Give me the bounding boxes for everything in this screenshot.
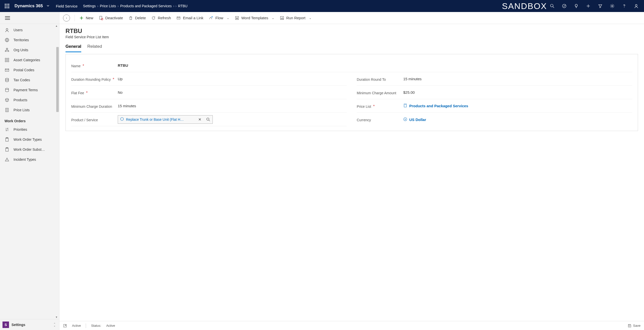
sidebar-item-products[interactable]: Products (0, 95, 59, 105)
globe-icon (4, 38, 10, 42)
refresh-button[interactable]: Refresh (151, 16, 171, 20)
svg-point-30 (6, 88, 9, 90)
user-icon (4, 28, 10, 32)
price-list-lookup[interactable]: Products and Packaged Services (409, 104, 468, 108)
sidebar-item-label: Postal Codes (14, 68, 34, 72)
sidebar-item-users[interactable]: Users (0, 25, 59, 35)
brand-label[interactable]: Dynamics 365 (14, 4, 43, 8)
field-label: Duration Round To (357, 77, 386, 82)
sidebar-item-label: Asset Categories (14, 58, 40, 62)
svg-text:$: $ (405, 118, 406, 120)
lightbulb-icon[interactable] (574, 3, 579, 9)
scroll-down-icon[interactable]: ▼ (55, 316, 58, 318)
field-label: Currency (357, 118, 371, 122)
product-lookup-field[interactable]: Replace Trunk or Base Unit (Flat H… ✕ (118, 115, 213, 124)
breadcrumb-item[interactable]: Settings (83, 4, 96, 8)
new-button[interactable]: New (79, 16, 93, 20)
duration-round-to-field[interactable]: 15 minutes (402, 77, 632, 81)
tab-related[interactable]: Related (87, 44, 102, 52)
flat-fee-field[interactable]: No (116, 90, 347, 94)
scrollbar-thumb[interactable] (56, 47, 59, 112)
svg-point-9 (550, 4, 553, 7)
breadcrumb-item[interactable]: RTBU (178, 4, 188, 8)
name-field[interactable]: RTBU (116, 63, 632, 68)
duration-rounding-policy-field[interactable]: Up (116, 77, 347, 81)
flow-button[interactable]: Flow ⌄ (209, 16, 229, 20)
chevron-down-icon: ⌄ (309, 16, 312, 20)
word-templates-button[interactable]: Word Templates ⌄ (235, 16, 274, 20)
app-launcher-icon[interactable] (2, 2, 12, 10)
breadcrumb-item[interactable]: Products and Packaged Services (120, 4, 172, 8)
org-icon (4, 48, 10, 52)
min-charge-duration-field[interactable]: 15 minutes (116, 104, 347, 108)
min-charge-amount-field[interactable]: $25.00 (402, 90, 632, 94)
sidebar-item-asset-categories[interactable]: Asset Categories (0, 55, 59, 65)
go-back-icon[interactable]: › (63, 14, 70, 22)
category-icon (4, 58, 10, 62)
chevron-right-icon: › (118, 4, 119, 8)
sidebar-item-label: Payment Terms (14, 88, 38, 92)
user-icon[interactable] (634, 3, 639, 9)
svg-rect-5 (8, 6, 9, 6)
record-title: RTBU (66, 28, 638, 34)
breadcrumb-item[interactable]: Price Lists (100, 4, 116, 8)
scroll-up-icon[interactable]: ▲ (55, 24, 58, 27)
required-icon: * (82, 64, 84, 68)
svg-rect-7 (6, 7, 8, 8)
run-report-button[interactable]: Run Report ⌄ (280, 16, 312, 20)
sidebar-item-priorities[interactable]: Priorities (0, 124, 59, 134)
search-icon[interactable] (550, 3, 555, 9)
save-button[interactable]: Save (628, 324, 640, 328)
divider (74, 15, 75, 21)
search-icon[interactable] (205, 116, 212, 123)
email-link-button[interactable]: Email a Link (176, 16, 204, 20)
area-updown-icon[interactable]: ⌃⌄ (52, 323, 57, 326)
sidebar-item-territories[interactable]: Territories (0, 35, 59, 45)
sidebar-item-incident-types[interactable]: Incident Types (0, 154, 59, 164)
sidebar-item-label: Territories (14, 38, 29, 42)
product-icon (4, 98, 10, 102)
sidebar-item-label: Price Lists (14, 108, 30, 112)
filter-icon[interactable] (598, 3, 603, 9)
help-icon[interactable] (622, 3, 627, 9)
sidebar-item-work-order-types[interactable]: Work Order Types (0, 134, 59, 144)
svg-rect-8 (8, 7, 9, 8)
cmd-label: Delete (135, 16, 146, 20)
product-icon (120, 117, 124, 122)
svg-rect-3 (5, 6, 6, 6)
sidebar-item-tax-codes[interactable]: Tax Codes (0, 75, 59, 85)
svg-rect-0 (5, 4, 6, 5)
hamburger-icon[interactable] (0, 12, 59, 24)
clear-icon[interactable]: ✕ (196, 116, 203, 123)
priority-icon (4, 127, 10, 132)
sidebar-item-payment-terms[interactable]: Payment Terms (0, 85, 59, 95)
sidebar-item-label: Work Order Types (14, 138, 42, 142)
svg-line-54 (209, 120, 210, 121)
currency-lookup[interactable]: US Dollar (409, 118, 426, 122)
delete-button[interactable]: Delete (128, 16, 146, 20)
sidebar-item-price-lists[interactable]: Price Lists (0, 105, 59, 115)
gear-icon[interactable] (610, 3, 615, 9)
clipboard-icon (4, 137, 10, 142)
svg-point-53 (207, 118, 209, 120)
breadcrumb: Settings › Price Lists › Products and Pa… (83, 4, 500, 8)
sidebar-item-org-units[interactable]: Org Units (0, 45, 59, 55)
brand-chevron-icon[interactable] (46, 4, 50, 8)
sidebar-item-postal-codes[interactable]: Postal Codes (0, 65, 59, 75)
sidebar-item-label: Incident Types (14, 158, 36, 162)
task-icon[interactable] (562, 3, 567, 9)
svg-rect-6 (5, 7, 6, 8)
sidebar-item-work-order-subst[interactable]: Work Order Subst… (0, 144, 59, 154)
deactivate-button[interactable]: Deactivate (99, 16, 123, 20)
module-label[interactable]: Field Service (56, 4, 78, 8)
tab-general[interactable]: General (66, 44, 81, 52)
required-icon: * (373, 104, 375, 109)
product-lookup-value: Replace Trunk or Base Unit (Flat H… (126, 118, 194, 122)
svg-rect-49 (282, 17, 282, 19)
cmd-label: Run Report (286, 16, 306, 20)
area-switcher[interactable]: Settings (12, 323, 50, 327)
popout-icon[interactable] (63, 324, 67, 328)
status-state: Active (72, 324, 81, 328)
area-badge: S (2, 322, 9, 328)
plus-icon[interactable] (586, 3, 591, 9)
